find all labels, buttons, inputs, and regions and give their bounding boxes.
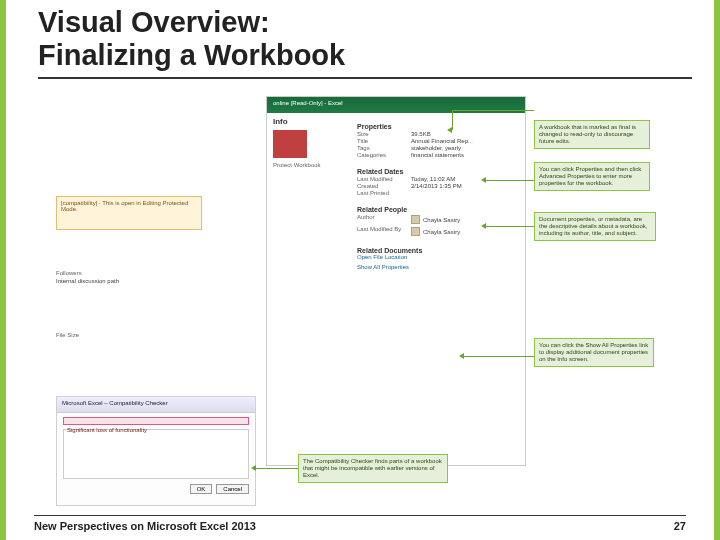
dialog-body [63, 429, 249, 479]
avatar-icon [411, 227, 420, 236]
prop-categories-value: financial statements [411, 152, 464, 158]
slide-footer: New Perspectives on Microsoft Excel 2013… [34, 515, 686, 532]
arrow-head-icon [459, 353, 464, 359]
connector-line [256, 468, 298, 469]
prop-size-label: Size [357, 131, 405, 137]
followers-value: Internal discussion path [56, 278, 176, 284]
protected-mode-bar: [compatibility] · This is open in Editin… [56, 196, 202, 230]
filesize-label: File Size [56, 332, 176, 338]
related-people-section: Related People Author Chayla Sastry Last… [357, 206, 517, 237]
people-author-label: Author [357, 214, 405, 225]
callout-document-properties: Document properties, or metadata, are th… [534, 212, 656, 241]
left-note-followers: Followers Internal discussion path [56, 270, 176, 284]
protect-workbook-label: Protect Workbook [273, 162, 351, 168]
connector-line [486, 180, 534, 181]
people-lastmod-row: Chayla Sastry [411, 227, 460, 236]
people-author-value: Chayla Sastry [423, 217, 460, 223]
prop-size-value: 39.5KB [411, 131, 431, 137]
show-all-properties-link[interactable]: Show All Properties [357, 264, 517, 270]
dialog-warning-text: Significant loss of functionality [64, 427, 150, 433]
related-dates-header: Related Dates [357, 168, 517, 175]
info-right-column: Properties Size39.5KB TitleAnnual Financ… [357, 117, 517, 280]
content-area: online [Read-Only] - Excel Info Protect … [56, 96, 664, 500]
related-documents-section: Related Documents Open File Location Sho… [357, 247, 517, 270]
arrow-head-icon [447, 127, 452, 133]
dialog-buttons: OK Cancel [57, 481, 255, 497]
slide: Visual Overview: Finalizing a Workbook o… [0, 0, 720, 540]
connector-line [452, 110, 453, 130]
related-people-header: Related People [357, 206, 517, 213]
callout-show-all-properties: You can click the Show All Properties li… [534, 338, 654, 367]
callout-marked-final: A workbook that is marked as final is ch… [534, 120, 650, 149]
prop-tags-value: stakeholder, yearly [411, 145, 461, 151]
people-lastmod-label: Last Modified By [357, 226, 405, 237]
people-author-row: Chayla Sastry [411, 215, 460, 224]
followers-label: Followers [56, 270, 176, 276]
protected-mode-text: [compatibility] · This is open in Editin… [57, 197, 201, 215]
info-heading: Info [273, 117, 351, 126]
footer-left: New Perspectives on Microsoft Excel 2013 [34, 520, 256, 532]
connector-line [486, 226, 534, 227]
arrow-head-icon [251, 465, 256, 471]
cancel-button[interactable]: Cancel [216, 484, 249, 494]
slide-title-line1: Visual Overview: [38, 6, 692, 39]
compatibility-checker-dialog: Microsoft Excel – Compatibility Checker … [56, 396, 256, 506]
date-lastprinted-label: Last Printed [357, 190, 405, 196]
ok-button[interactable]: OK [190, 484, 213, 494]
open-file-location-link[interactable]: Open File Location [357, 254, 517, 260]
callout-compatibility-checker: The Compatibility Checker finds parts of… [298, 454, 448, 483]
date-created-label: Created [357, 183, 405, 189]
dialog-title: Microsoft Excel – Compatibility Checker [57, 397, 255, 413]
title-block: Visual Overview: Finalizing a Workbook [6, 0, 714, 79]
properties-section: Properties Size39.5KB TitleAnnual Financ… [357, 123, 517, 158]
prop-title-label: Title [357, 138, 405, 144]
arrow-head-icon [481, 177, 486, 183]
slide-title-line2: Finalizing a Workbook [38, 39, 692, 72]
left-note-filesize: File Size [56, 332, 176, 338]
callout-advanced-properties: You can click Properties and then click … [534, 162, 650, 191]
connector-line [464, 356, 534, 357]
prop-tags-label: Tags [357, 145, 405, 151]
arrow-head-icon [481, 223, 486, 229]
date-created-value: 2/14/2013 1:35 PM [411, 183, 462, 189]
related-documents-header: Related Documents [357, 247, 517, 254]
footer-page-number: 27 [674, 520, 686, 532]
properties-header: Properties [357, 123, 517, 130]
related-dates-section: Related Dates Last ModifiedToday, 11:02 … [357, 168, 517, 196]
people-lastmod-value: Chayla Sastry [423, 229, 460, 235]
avatar-icon [411, 215, 420, 224]
dialog-warning-row: Significant loss of functionality [63, 417, 249, 425]
prop-categories-label: Categories [357, 152, 405, 158]
protect-workbook-icon [273, 130, 307, 158]
date-lastmod-label: Last Modified [357, 176, 405, 182]
excel-info-panel: online [Read-Only] - Excel Info Protect … [266, 96, 526, 466]
connector-line [452, 110, 534, 111]
title-rule [38, 77, 692, 79]
date-lastmod-value: Today, 11:02 AM [411, 176, 455, 182]
info-left-column: Info Protect Workbook [273, 117, 351, 168]
prop-title-value: Annual Financial Rep... [411, 138, 473, 144]
